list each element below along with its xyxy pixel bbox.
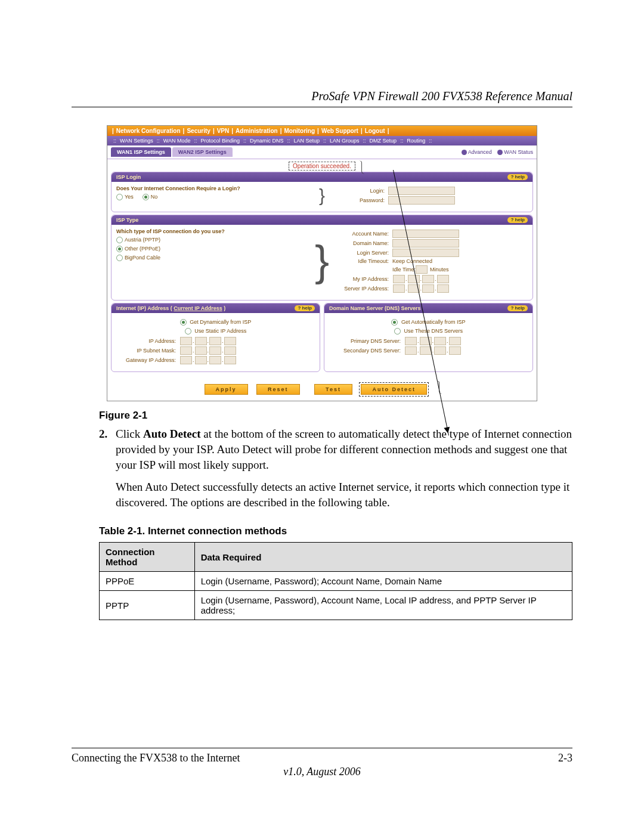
arrow-icon (462, 150, 467, 155)
radio-icon (185, 328, 191, 335)
screenshot-figure: |Network Configuration|Security|VPN|Admi… (107, 125, 537, 401)
arrow-icon (497, 150, 503, 155)
isp-login-title: ISP Login (116, 174, 141, 180)
radio-icon (143, 194, 149, 200)
isp-type-panel: ISP Type ? help Which type of ISP connec… (111, 215, 533, 301)
step-2-para: When Auto Detect successfully detects an… (116, 479, 572, 510)
table-caption: Table 2-1. Internet connection methods (99, 525, 572, 537)
isp-type-question: Which type of ISP connection do you use? (116, 228, 315, 234)
help-badge: ? help (507, 305, 528, 311)
table-row: PPPoELogin (Username, Password); Account… (100, 572, 572, 591)
screenshot-topnav: |Network Configuration|Security|VPN|Admi… (107, 126, 537, 136)
reset-button: Reset (256, 384, 300, 395)
page-number: 2-3 (558, 752, 572, 764)
help-badge: ? help (507, 217, 528, 223)
apply-button: Apply (205, 384, 248, 395)
radio-icon (116, 194, 123, 200)
radio-icon (116, 237, 123, 243)
footer-section: Connecting the FVX538 to the Internet (72, 752, 240, 764)
step-2: 2. Click Auto Detect at the bottom of th… (99, 426, 572, 472)
table-header: Connection Method (100, 543, 195, 572)
screenshot-subnav: ::WAN Settings::WAN Mode::Protocol Bindi… (107, 136, 537, 145)
button-row: Apply Reset Test Auto Detect ⎱ (107, 374, 537, 401)
isp-login-panel: ISP Login ? help Does Your Internet Conn… (111, 172, 533, 212)
footer-version: v1.0, August 2006 (72, 766, 572, 778)
page-footer: Connecting the FVX538 to the Internet 2-… (72, 748, 572, 778)
radio-icon (116, 255, 123, 261)
radio-icon (116, 246, 123, 252)
dns-panel: Domain Name Server (DNS) Servers ? help … (324, 303, 533, 372)
ip-address-panel: Internet (IP) Address ( Current IP Addre… (111, 303, 320, 372)
test-button: Test (314, 384, 352, 395)
header-rule (72, 107, 572, 107)
page-header: ProSafe VPN Firewall 200 FVX538 Referenc… (72, 89, 572, 103)
figure-caption: Figure 2-1 (99, 410, 572, 422)
screenshot-tabrow: WAN1 ISP Settings WAN2 ISP Settings Adva… (107, 145, 537, 159)
status-row: Operation succeeded. ⎱ (107, 163, 537, 169)
tab-wan2: WAN2 ISP Settings (172, 147, 233, 157)
status-message: Operation succeeded. (289, 162, 355, 171)
isp-type-title: ISP Type (116, 217, 138, 223)
auto-detect-button: Auto Detect (361, 384, 427, 395)
help-badge: ? help (295, 305, 315, 311)
radio-icon (394, 328, 401, 335)
table-header: Data Required (194, 543, 572, 572)
table-row: PPTPLogin (Username, Password), Account … (100, 591, 572, 620)
login-field (388, 187, 455, 195)
radio-icon (180, 319, 187, 326)
password-field (388, 196, 455, 205)
tab-wan1: WAN1 ISP Settings (111, 147, 171, 157)
connection-methods-table: Connection Method Data Required PPPoELog… (99, 542, 572, 620)
radio-icon (391, 319, 398, 326)
help-badge: ? help (507, 174, 528, 180)
isp-login-question: Does Your Internet Connection Require a … (116, 185, 319, 191)
